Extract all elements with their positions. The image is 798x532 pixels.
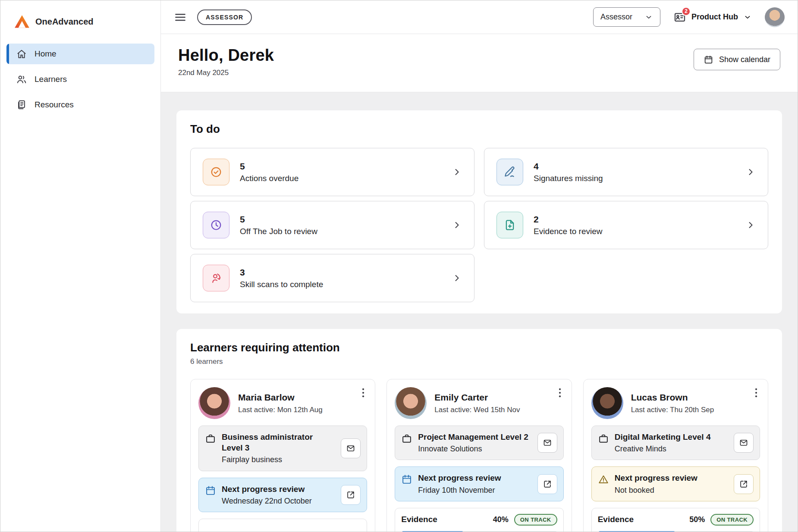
- learner-last-active: Last active: Mon 12th Aug: [238, 406, 323, 414]
- course-title: Digital Marketing Level 4: [615, 432, 728, 442]
- sidebar-nav: Home Learners Resources: [0, 44, 160, 115]
- evidence-box: [198, 519, 367, 532]
- role-selector-dropdown[interactable]: Assessor: [593, 7, 660, 27]
- hamburger-icon: [174, 11, 187, 24]
- more-options-button[interactable]: [750, 386, 763, 399]
- review-box: Next progress review Friday 10th Novembe…: [395, 466, 563, 501]
- chevron-right-icon: [452, 167, 462, 177]
- todo-panel: To do 5 Actions overdue: [176, 110, 782, 313]
- product-hub-button[interactable]: 2 Product Hub: [673, 11, 752, 24]
- chevron-right-icon: [452, 273, 462, 283]
- notification-badge: 2: [682, 7, 691, 16]
- role-badge: ASSESSOR: [197, 9, 252, 25]
- todo-label: Actions overdue: [240, 174, 298, 183]
- more-options-button[interactable]: [357, 386, 370, 399]
- oneadvanced-logo-icon: [14, 15, 30, 28]
- message-button[interactable]: [341, 438, 361, 458]
- resources-icon: [16, 99, 27, 110]
- open-review-button[interactable]: [341, 485, 361, 505]
- sidebar-item-resources[interactable]: Resources: [6, 94, 154, 115]
- todo-item-evidence-to-review[interactable]: 2 Evidence to review: [484, 201, 768, 249]
- sidebar: OneAdvanced Home Learners Resources: [0, 0, 161, 532]
- learner-last-active: Last active: Wed 15th Nov: [434, 406, 520, 414]
- evidence-percent: 50%: [689, 515, 705, 524]
- mail-icon: [346, 444, 355, 453]
- home-icon: [16, 48, 27, 59]
- open-review-button[interactable]: [537, 474, 557, 494]
- product-hub-label: Product Hub: [691, 13, 738, 22]
- message-button[interactable]: [734, 433, 754, 453]
- sidebar-item-label: Resources: [35, 100, 74, 110]
- learner-card-emily-carter: Emily Carter Last active: Wed 15th Nov P…: [386, 379, 572, 532]
- todo-count: 4: [534, 161, 603, 172]
- learner-grid: Maria Barlow Last active: Mon 12th Aug B…: [190, 379, 768, 532]
- todo-item-actions-overdue[interactable]: 5 Actions overdue: [190, 148, 474, 196]
- status-badge: ON TRACK: [710, 514, 754, 526]
- open-review-button[interactable]: [734, 474, 754, 494]
- evidence-percent: 40%: [493, 515, 509, 524]
- learner-last-active: Last active: Thu 20th Sep: [631, 406, 714, 414]
- content-area: To do 5 Actions overdue: [161, 92, 798, 532]
- active-indicator: [6, 44, 9, 64]
- current-date: 22nd May 2025: [178, 69, 274, 77]
- learner-name: Emily Carter: [434, 392, 520, 403]
- menu-toggle-button[interactable]: [174, 11, 187, 24]
- chevron-down-icon: [743, 13, 752, 22]
- todo-item-skill-scans[interactable]: 3 Skill scans to complete: [190, 254, 474, 302]
- todo-label: Signatures missing: [534, 174, 603, 183]
- review-box: Next progress review Not booked: [591, 466, 760, 501]
- external-link-icon: [346, 490, 355, 500]
- sidebar-item-label: Learners: [35, 75, 67, 84]
- role-selector-value: Assessor: [600, 13, 632, 22]
- user-avatar[interactable]: [765, 7, 785, 27]
- show-calendar-button[interactable]: Show calendar: [694, 49, 780, 70]
- review-date: Friday 10th November: [418, 485, 531, 495]
- sidebar-item-home[interactable]: Home: [6, 44, 154, 64]
- review-title: Next progress review: [222, 484, 335, 494]
- circle-check-icon: [203, 159, 229, 185]
- briefcase-icon: [401, 433, 412, 444]
- learner-card-lucas-brown: Lucas Brown Last active: Thu 20th Sep Di…: [583, 379, 768, 532]
- evidence-label: Evidence: [598, 515, 634, 524]
- learner-name: Maria Barlow: [238, 392, 323, 403]
- todo-item-off-the-job[interactable]: 5 Off The Job to review: [190, 201, 474, 249]
- course-provider: Innovate Solutions: [418, 444, 531, 454]
- calendar-icon: [205, 485, 216, 496]
- course-provider: Fairplay business: [222, 455, 335, 465]
- sidebar-item-label: Home: [35, 49, 57, 59]
- evidence-box: Evidence 50% ON TRACK: [591, 508, 760, 532]
- warning-triangle-icon: [598, 474, 609, 485]
- evidence-progress: [598, 531, 754, 532]
- clock-icon: [203, 212, 229, 238]
- chevron-right-icon: [745, 167, 756, 177]
- brand-name: OneAdvanced: [35, 17, 93, 27]
- learners-count: 6 learners: [190, 357, 768, 366]
- course-box: Project Management Level 2 Innovate Solu…: [395, 426, 563, 460]
- learners-title: Learners requiring attention: [190, 341, 768, 354]
- learner-name: Lucas Brown: [631, 392, 714, 403]
- kebab-icon: [553, 386, 566, 399]
- more-options-button[interactable]: [553, 386, 566, 399]
- status-badge: ON TRACK: [514, 514, 557, 526]
- chevron-right-icon: [452, 220, 462, 230]
- todo-item-signatures-missing[interactable]: 4 Signatures missing: [484, 148, 768, 196]
- external-link-icon: [543, 479, 552, 489]
- course-title: Project Management Level 2: [418, 432, 531, 442]
- learner-avatar: [198, 387, 230, 419]
- kebab-icon: [750, 386, 763, 399]
- main-area: ASSESSOR Assessor 2 Product Hub Hello, D…: [161, 0, 798, 532]
- evidence-progress-fill: [401, 531, 464, 532]
- calendar-icon: [401, 474, 412, 485]
- message-button[interactable]: [537, 433, 557, 453]
- sidebar-item-learners[interactable]: Learners: [6, 69, 154, 90]
- learner-avatar: [395, 387, 427, 419]
- review-title: Next progress review: [615, 473, 728, 483]
- chevron-right-icon: [745, 220, 756, 230]
- course-box: Business administrator Level 3 Fairplay …: [198, 426, 367, 471]
- briefcase-icon: [205, 433, 216, 444]
- evidence-label: Evidence: [401, 515, 437, 524]
- evidence-progress: [401, 531, 557, 532]
- review-box: Next progress review Wednesday 22nd Octo…: [198, 478, 367, 512]
- todo-label: Evidence to review: [534, 227, 602, 236]
- page-title: Hello, Derek: [178, 46, 274, 65]
